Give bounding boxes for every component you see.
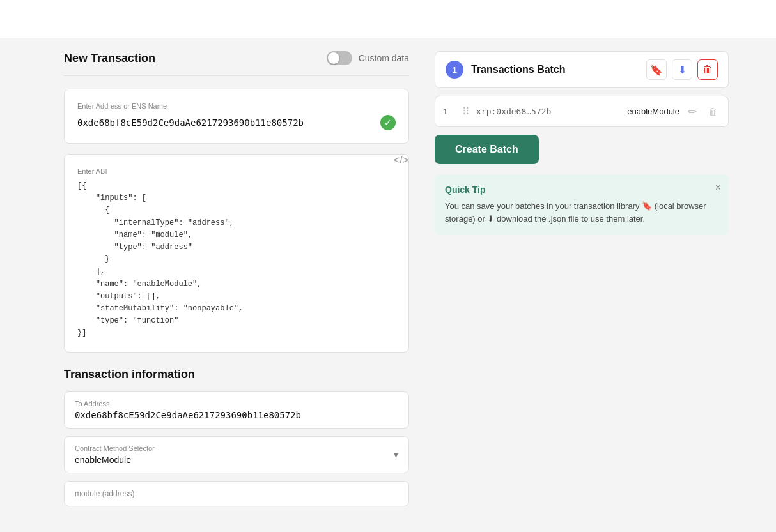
abi-field-group: Enter ABI </> [{ "inputs": [ { "internal… <box>64 154 409 353</box>
tx-address: xrp:0xde68…572b <box>476 107 621 116</box>
quick-tip-text: You can save your batches in your transa… <box>445 200 718 225</box>
right-panel: 1 Transactions Batch 🔖 ⬇ 🗑 1 ⠿ xrp:0xde6… <box>422 51 741 519</box>
batch-number-badge: 1 <box>446 61 463 79</box>
batch-title: Transactions Batch <box>471 64 639 75</box>
chevron-down-icon: ▾ <box>394 450 398 460</box>
quick-tip-close-button[interactable]: × <box>715 182 721 194</box>
tx-index: 1 <box>443 107 456 116</box>
tx-method: enableModule <box>627 107 679 116</box>
param-label-wrapper: module (address) <box>64 481 409 506</box>
toggle-knob <box>328 52 339 64</box>
top-bar <box>0 0 776 38</box>
create-batch-button[interactable]: Create Batch <box>435 135 539 164</box>
contract-method-label: Contract Method Selector <box>75 445 155 452</box>
quick-tip-title: Quick Tip <box>445 185 718 195</box>
contract-method-selector[interactable]: Contract Method Selector enableModule ▾ <box>64 436 409 473</box>
to-address-value[interactable]: 0xde68bf8cE59d2Ce9daAe6217293690b11e8057… <box>75 410 398 420</box>
abi-code[interactable]: [{ "inputs": [ { "internalType": "addres… <box>77 180 396 339</box>
main-layout: New Transaction Custom data Enter Addres… <box>0 38 776 532</box>
drag-handle-icon[interactable]: ⠿ <box>462 105 470 118</box>
address-value: 0xde68bf8cE59d2Ce9daAe6217293690b11e8057… <box>77 118 304 128</box>
valid-check-icon: ✓ <box>380 115 396 130</box>
abi-field-label: Enter ABI <box>77 167 396 175</box>
to-address-label: To Address <box>75 400 398 407</box>
custom-data-toggle-switch[interactable] <box>327 51 352 65</box>
contract-method-wrapper: Contract Method Selector enableModule <box>75 445 155 465</box>
delete-batch-button[interactable]: 🗑 <box>697 59 718 80</box>
new-transaction-header: New Transaction Custom data <box>64 51 409 76</box>
left-panel: New Transaction Custom data Enter Addres… <box>0 51 422 519</box>
custom-data-label: Custom data <box>359 53 409 63</box>
download-batch-button[interactable]: ⬇ <box>672 59 692 80</box>
to-address-field: To Address 0xde68bf8cE59d2Ce9daAe6217293… <box>64 391 409 429</box>
quick-tip-box: × Quick Tip You can save your batches in… <box>435 174 729 235</box>
address-field-group: Enter Address or ENS Name 0xde68bf8cE59d… <box>64 89 409 144</box>
transaction-info-title: Transaction information <box>64 368 409 381</box>
custom-data-toggle: Custom data <box>327 51 409 65</box>
new-transaction-title: New Transaction <box>64 52 155 65</box>
batch-header: 1 Transactions Batch 🔖 ⬇ 🗑 <box>435 51 729 88</box>
delete-transaction-button[interactable]: 🗑 <box>706 106 720 117</box>
save-batch-button[interactable]: 🔖 <box>646 59 667 80</box>
param-label: module (address) <box>75 489 398 498</box>
contract-method-value: enableModule <box>75 455 155 465</box>
code-icon[interactable]: </> <box>394 155 408 166</box>
batch-actions: 🔖 ⬇ 🗑 <box>646 59 718 80</box>
address-row: 0xde68bf8cE59d2Ce9daAe6217293690b11e8057… <box>77 115 396 130</box>
create-batch-wrapper: Create Batch <box>435 135 729 174</box>
transaction-row: 1 ⠿ xrp:0xde68…572b enableModule ✏ 🗑 <box>435 96 729 127</box>
edit-transaction-button[interactable]: ✏ <box>686 106 699 118</box>
address-field-label: Enter Address or ENS Name <box>77 102 396 110</box>
